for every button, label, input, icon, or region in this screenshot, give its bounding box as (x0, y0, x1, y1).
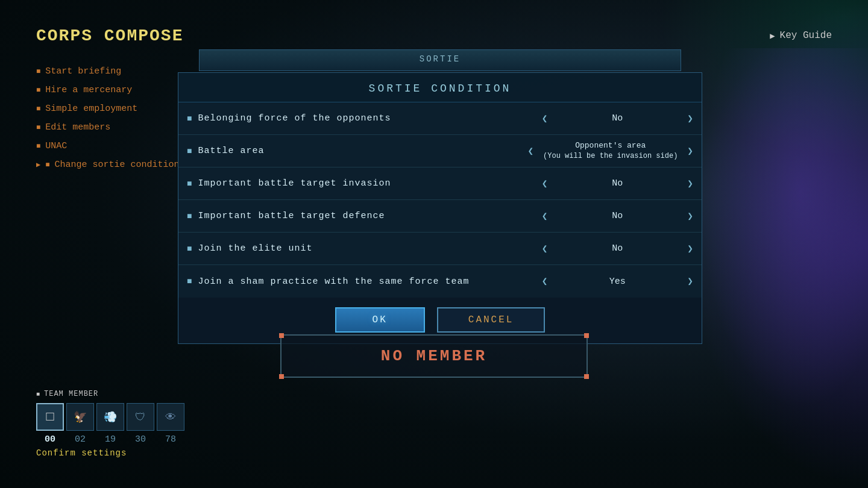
row-bullet: ■ (187, 179, 192, 189)
row-value-battle-target-defence: No (557, 211, 678, 221)
row-right-arrow-belonging-force[interactable]: ❯ (687, 113, 693, 125)
row-right-arrow-elite-unit[interactable]: ❯ (687, 243, 693, 255)
menu-bullet: ■ (36, 105, 40, 113)
row-left-arrow-elite-unit[interactable]: ❮ (542, 243, 548, 255)
row-label-sham-practice: Join a sham practice with the same force… (198, 277, 541, 287)
row-bullet: ■ (187, 114, 192, 124)
row-value-elite-unit: No (557, 243, 678, 254)
ok-button[interactable]: OK (335, 307, 425, 333)
condition-row-battle-target-defence[interactable]: ■ Important battle target defence ❮ No ❯ (178, 200, 702, 233)
menu-item-change-sortie[interactable]: ▶ ■ Change sortie condition (36, 160, 179, 170)
corner-decoration-tr (584, 333, 589, 338)
condition-row-battle-target-invasion[interactable]: ■ Important battle target invasion ❮ No … (178, 167, 702, 200)
row-label-battle-target-invasion: Important battle target invasion (198, 178, 541, 189)
menu-bullet: ■ (36, 124, 40, 132)
corner-decoration-br (584, 374, 589, 379)
cancel-button[interactable]: CANCEL (437, 307, 546, 333)
menu-label: Change sortie condition (54, 160, 179, 170)
row-value-belonging-force: No (557, 113, 678, 124)
right-figure-decoration (699, 48, 868, 410)
key-guide-icon: ▶ (770, 31, 775, 41)
menu-bullet: ■ (36, 67, 40, 76)
menu-label: Edit members (45, 122, 110, 133)
row-bullet: ■ (187, 146, 192, 156)
team-member-title: TEAM MEMBER (44, 390, 98, 398)
menu-item-simple-employment[interactable]: ■ Simple employment (36, 104, 179, 114)
team-slot-2[interactable]: 💨 (96, 403, 124, 431)
menu-label: Start briefing (45, 66, 121, 77)
row-value-sham-practice: Yes (557, 277, 678, 287)
row-value-battle-area: Opponent's area(You will be the invasion… (543, 141, 678, 161)
team-numbers: 00 02 19 30 78 (36, 434, 184, 445)
team-slot-4[interactable]: 👁 (157, 403, 184, 431)
menu-bullet: ■ (36, 142, 40, 151)
slot-number-0: 00 (36, 434, 64, 445)
no-member-text: NO MEMBER (381, 347, 487, 365)
corner-decoration-tl (279, 333, 284, 338)
condition-row-elite-unit[interactable]: ■ Join the elite unit ❮ No ❯ (178, 233, 702, 265)
row-label-elite-unit: Join the elite unit (198, 243, 541, 254)
row-value-battle-target-invasion: No (557, 178, 678, 189)
menu-bullet: ■ (36, 86, 40, 95)
menu-label: Simple employment (45, 104, 137, 114)
slot-number-1: 02 (66, 434, 94, 445)
team-slot-3[interactable]: 🛡 (127, 403, 154, 431)
menu-item-briefing[interactable]: ■ Start briefing (36, 66, 179, 77)
menu-bullet: ■ (45, 161, 49, 169)
row-label-battle-area: Battle area (198, 146, 527, 156)
condition-row-belonging-force[interactable]: ■ Belonging force of the opponents ❮ No … (178, 102, 702, 135)
row-right-arrow-sham-practice[interactable]: ❯ (687, 275, 693, 287)
row-left-arrow-sham-practice[interactable]: ❮ (542, 275, 548, 287)
slot-icon-3: 🛡 (135, 411, 146, 424)
team-slot-1[interactable]: 🦅 (66, 403, 94, 431)
condition-row-sham-practice[interactable]: ■ Join a sham practice with the same for… (178, 265, 702, 298)
menu-item-edit-members[interactable]: ■ Edit members (36, 122, 179, 133)
team-member-section: ■ TEAM MEMBER □ 🦅 💨 🛡 👁 00 02 19 30 78 C… (36, 390, 184, 458)
row-right-arrow-battle-target-defence[interactable]: ❯ (687, 210, 693, 222)
sortie-condition-dialog: SORTIE CONDITION ■ Belonging force of th… (178, 72, 702, 344)
slot-number-3: 30 (127, 434, 154, 445)
slot-number-2: 19 (96, 434, 124, 445)
menu-expand-arrow: ▶ (36, 160, 40, 169)
team-member-bullet: ■ (36, 391, 40, 398)
left-menu: ■ Start briefing ■ Hire a mercenary ■ Si… (36, 66, 179, 170)
menu-item-unac[interactable]: ■ UNAC (36, 141, 179, 151)
row-label-belonging-force: Belonging force of the opponents (198, 113, 541, 124)
row-bullet: ■ (187, 211, 192, 221)
no-member-area: NO MEMBER (280, 334, 588, 378)
row-bullet: ■ (187, 277, 192, 286)
page-title: CORPS COMPOSE (36, 27, 183, 45)
sortie-bar-label: SORTIE (199, 54, 681, 64)
key-guide-label: Key Guide (780, 30, 832, 41)
row-left-arrow-battle-area[interactable]: ❮ (527, 145, 533, 157)
row-label-battle-target-defence: Important battle target defence (198, 211, 541, 221)
slot-icon-1: 🦅 (74, 410, 87, 424)
row-bullet: ■ (187, 244, 192, 254)
row-left-arrow-belonging-force[interactable]: ❮ (542, 113, 548, 125)
condition-row-battle-area[interactable]: ■ Battle area ❮ Opponent's area(You will… (178, 135, 702, 167)
menu-item-mercenary[interactable]: ■ Hire a mercenary (36, 85, 179, 95)
row-left-arrow-battle-target-defence[interactable]: ❮ (542, 210, 548, 222)
slot-icon-4: 👁 (165, 411, 176, 424)
team-slot-0[interactable]: □ (36, 403, 64, 431)
key-guide: ▶ Key Guide (770, 30, 832, 41)
dialog-title: SORTIE CONDITION (178, 73, 702, 102)
slot-icon-0: □ (46, 410, 54, 425)
row-right-arrow-battle-area[interactable]: ❯ (687, 145, 693, 157)
menu-label: Hire a mercenary (45, 85, 132, 95)
confirm-settings-label: Confirm settings (36, 448, 184, 458)
corner-decoration-bl (279, 374, 284, 379)
row-left-arrow-battle-target-invasion[interactable]: ❮ (542, 178, 548, 190)
menu-label: UNAC (45, 141, 67, 151)
slot-number-4: 78 (157, 434, 184, 445)
row-right-arrow-battle-target-invasion[interactable]: ❯ (687, 178, 693, 190)
team-member-label: ■ TEAM MEMBER (36, 390, 184, 398)
team-slots: □ 🦅 💨 🛡 👁 (36, 403, 184, 431)
slot-icon-2: 💨 (104, 410, 117, 424)
